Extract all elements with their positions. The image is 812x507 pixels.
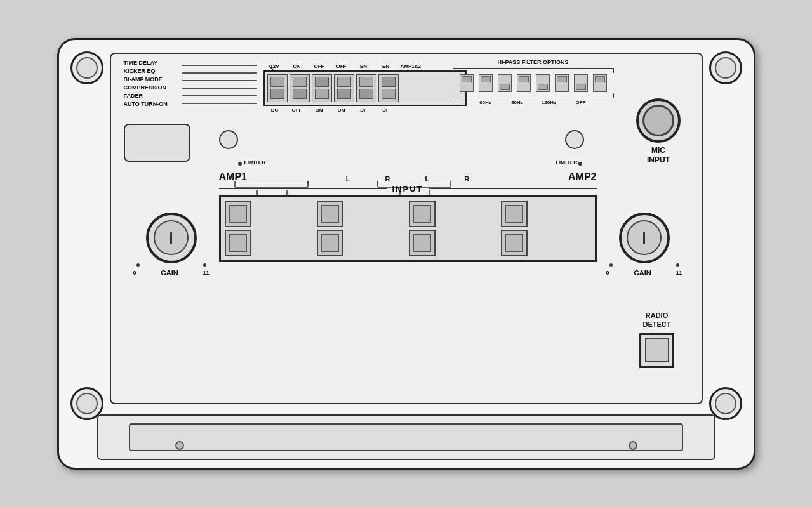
dip-switch-1[interactable] (267, 74, 288, 102)
amp1-gain-max: 11 (203, 270, 209, 276)
radio-detect-area: RADIO DETECT (629, 311, 686, 368)
mic-connector[interactable] (636, 98, 681, 143)
hipass-switches (448, 74, 619, 92)
amp2-gain-dots (606, 263, 682, 267)
dip-bottom-labels: DC OFF ON ON DF DF (263, 107, 467, 113)
radio-button-inner (645, 338, 669, 362)
hipass-label-80hz: 80Hz (502, 100, 533, 105)
dip-slider-4 (337, 77, 351, 87)
dip-slot-5 (359, 89, 373, 99)
hipass-switch-off1[interactable] (555, 74, 569, 92)
amp2-dot-left (609, 263, 613, 267)
dip-slot-3 (315, 77, 329, 87)
mic-input-label: MIC INPUT (647, 146, 670, 166)
rail-mount-holes (175, 441, 637, 450)
dip-switch-6[interactable] (378, 74, 399, 102)
hipass-switch-80hz[interactable] (479, 74, 493, 92)
dip-bot-label-0: DC (265, 107, 285, 113)
connector-pin-1 (225, 201, 251, 227)
amp1-gain-knob[interactable] (146, 213, 197, 263)
label-time-delay: TIME DELAY (124, 59, 168, 67)
connector-pin-5 (225, 230, 251, 256)
radio-detect-button[interactable] (639, 333, 674, 368)
feature-labels: TIME DELAY KICKER EQ BI-AMP MODE COMPRES… (124, 59, 168, 109)
amp2-label: AMP2 (568, 171, 596, 183)
input-bracket-left (219, 188, 387, 189)
bottom-rail (97, 414, 715, 460)
amp1-knob-inner (154, 220, 189, 255)
label-bi-amp-mode: BI-AMP MODE (124, 76, 168, 84)
limiter-dot-left (238, 162, 242, 166)
dip-switch-3[interactable] (312, 74, 332, 102)
input-connector-section: AMP1 L R L R AMP2 INPUT (219, 171, 597, 262)
label-kicker-eq: KICKER EQ (124, 67, 168, 76)
dip-slot-4 (337, 89, 351, 99)
input-l2-label: L (425, 175, 430, 183)
amp1-dot-left (136, 263, 140, 267)
hipass-switch-blank1[interactable] (498, 74, 512, 92)
dip-slot-6 (382, 77, 396, 87)
amp1-gain-labels: 0 GAIN 11 (133, 269, 210, 277)
amp2-gain-area: 0 GAIN 11 (606, 213, 682, 277)
amp1-gain-min: 0 (133, 270, 136, 276)
rail-hole-right (629, 441, 637, 450)
label-compression: COMPRESSION (124, 84, 168, 92)
dip-top-label-1: ON (287, 63, 307, 69)
dip-switch-4[interactable] (334, 74, 354, 102)
amp2-gain-labels: 0 GAIN 11 (606, 269, 682, 277)
limiter-led-right (565, 130, 584, 149)
input-connector-block (219, 195, 597, 262)
dip-switch-5[interactable] (356, 74, 376, 102)
dip-top-label-0: 12V (265, 63, 285, 69)
dip-switch-section: 12V ON OFF OFF EN EN AMP1&2 (263, 63, 467, 113)
dip-top-labels: 12V ON OFF OFF EN EN AMP1&2 (263, 63, 467, 69)
input-sub-lr-labels: L R L R (346, 175, 469, 183)
input-bracket-right (429, 188, 597, 189)
limiter-label-right: LIMITER (556, 159, 578, 166)
dip-bot-label-1: OFF (287, 107, 307, 113)
input-r2-label: R (464, 175, 469, 183)
limiter-label-left: LIMITER (244, 159, 266, 166)
limiter-led-left (219, 130, 238, 149)
dip-slot-2 (293, 89, 307, 99)
dip-switch-2[interactable] (290, 74, 310, 102)
dip-top-label-2: OFF (309, 63, 329, 69)
hipass-label-60hz: 60Hz (470, 100, 501, 105)
hipass-switch-120hz[interactable] (517, 74, 531, 92)
dip-top-label-3: OFF (331, 63, 352, 69)
amp2-gain-knob[interactable] (619, 213, 670, 263)
amp1-gain-area: 0 GAIN 11 (133, 213, 210, 277)
hipass-switch-off3[interactable] (593, 74, 607, 92)
hipass-bracket (453, 68, 614, 73)
amp2-gain-max: 11 (676, 270, 682, 276)
input-title: INPUT (387, 184, 429, 194)
dip-slot-1 (270, 89, 284, 99)
amp12-label: AMP1&2 (401, 63, 421, 69)
hipass-switch-off2[interactable] (574, 74, 588, 92)
amp2-knob-indicator (643, 232, 645, 244)
dip-bot-label-3: ON (331, 107, 352, 113)
amp1-knob-indicator (170, 232, 172, 244)
dip-slider-6 (382, 89, 396, 99)
mic-connector-inner (642, 105, 674, 136)
dip-bot-label-2: ON (309, 107, 329, 113)
dip-slider-1 (270, 77, 284, 87)
amp2-gain-label: GAIN (634, 269, 651, 277)
amp2-gain-min: 0 (606, 270, 609, 276)
amp2-knob-inner (627, 220, 662, 255)
mic-input-connector-area: MIC INPUT (632, 98, 686, 166)
input-r1-label: R (385, 175, 390, 183)
hipass-bracket-bottom (453, 93, 614, 98)
hipass-freq-labels: 60Hz 80Hz 120Hz OFF (448, 100, 619, 105)
dip-bot-label-5: DF (376, 107, 396, 113)
dip-top-label-5: EN (376, 63, 396, 69)
main-panel: TIME DELAY KICKER EQ BI-AMP MODE COMPRES… (57, 38, 755, 470)
hipass-filter-section: HI-PASS FILTER OPTIONS 60Hz 80Hz 120Hz O… (448, 59, 619, 105)
inner-panel: TIME DELAY KICKER EQ BI-AMP MODE COMPRES… (110, 53, 703, 404)
amp2-dot-right (676, 263, 679, 267)
connector-pin-4 (501, 201, 528, 227)
amp1-gain-label: GAIN (161, 269, 178, 277)
hipass-switch-60hz[interactable] (460, 74, 474, 92)
hipass-switch-blank2[interactable] (536, 74, 550, 92)
bolt-top-right (709, 51, 742, 84)
